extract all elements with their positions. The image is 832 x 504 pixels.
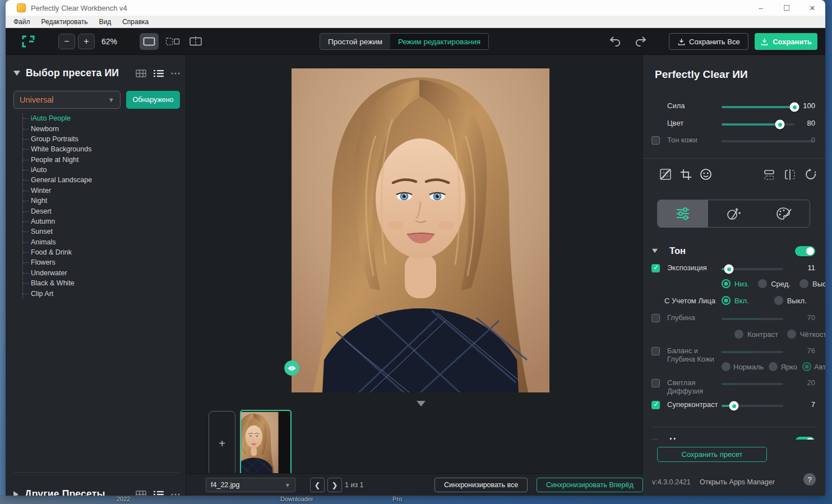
expand-triangle-icon[interactable] bbox=[13, 491, 19, 496]
radio-high[interactable] bbox=[799, 279, 808, 288]
preset-item[interactable]: Sunset bbox=[23, 226, 181, 237]
tone-toggle[interactable] bbox=[795, 246, 815, 256]
grid-view-icon[interactable] bbox=[136, 491, 146, 496]
preset-item[interactable]: iAuto People bbox=[23, 113, 181, 123]
tab-looks[interactable] bbox=[759, 200, 810, 227]
collapse-triangle-icon[interactable] bbox=[652, 249, 658, 253]
preset-item[interactable]: Group Portraits bbox=[23, 134, 181, 144]
slider-value: 11 bbox=[793, 263, 815, 272]
detected-button[interactable]: Обнаружено bbox=[126, 91, 180, 109]
flip-vertical-icon[interactable] bbox=[762, 167, 776, 182]
collapse-triangle-icon[interactable] bbox=[13, 71, 20, 76]
preset-item[interactable]: White Backgrounds bbox=[23, 144, 181, 154]
preset-item[interactable]: Clip Art bbox=[23, 288, 181, 298]
preset-item[interactable]: Animals bbox=[23, 237, 181, 247]
tab-edit-mode[interactable]: Режим редактирования bbox=[390, 34, 488, 49]
light-diffusion-slider[interactable] bbox=[722, 383, 783, 385]
next-image-button[interactable]: ❯ bbox=[327, 478, 342, 492]
depth-checkbox[interactable] bbox=[651, 314, 660, 322]
download-icon bbox=[760, 38, 769, 46]
menu-file[interactable]: Файл bbox=[8, 18, 36, 26]
view-compare-button[interactable] bbox=[187, 33, 206, 50]
skin-tone-checkbox[interactable] bbox=[651, 136, 660, 145]
filename-dropdown[interactable]: f4_22.jpg ▼ bbox=[206, 478, 295, 492]
flip-horizontal-icon[interactable] bbox=[783, 167, 797, 182]
chevron-down-icon: ▼ bbox=[285, 482, 290, 488]
maximize-button[interactable]: ☐ bbox=[774, 0, 799, 16]
tab-simple-mode[interactable]: Простой режим bbox=[320, 34, 390, 49]
menu-view[interactable]: Вид bbox=[93, 18, 117, 26]
exposure-checkbox[interactable] bbox=[651, 264, 660, 272]
supercontrast-checkbox[interactable] bbox=[651, 401, 660, 409]
apps-manager-link[interactable]: Открыть Apps Manager bbox=[700, 478, 775, 486]
slider-label: Баланс и bbox=[667, 346, 698, 355]
preset-item[interactable]: Autumn bbox=[23, 216, 181, 226]
photo-preview[interactable] bbox=[292, 68, 549, 392]
menu-help[interactable]: Справка bbox=[117, 18, 154, 26]
preset-item[interactable]: Newborn bbox=[23, 123, 181, 133]
crop-tool-icon[interactable] bbox=[678, 167, 693, 182]
save-button[interactable]: Сохранить bbox=[755, 33, 817, 50]
list-view-icon[interactable] bbox=[154, 491, 164, 496]
filmstrip-collapse-icon[interactable] bbox=[417, 401, 426, 406]
sync-forward-button[interactable]: Синхронизировать Вперёд bbox=[537, 478, 643, 492]
preset-item[interactable]: Black & White bbox=[23, 278, 181, 288]
radio-off[interactable] bbox=[774, 296, 783, 305]
slider-label: Суперконтраст bbox=[667, 400, 718, 409]
rotate-icon[interactable] bbox=[803, 167, 818, 182]
preset-item[interactable]: iAuto bbox=[23, 165, 181, 175]
radio-auto[interactable] bbox=[802, 362, 811, 371]
preset-item[interactable]: Night bbox=[23, 196, 181, 206]
tab-adjustments[interactable] bbox=[658, 200, 708, 227]
list-view-icon[interactable] bbox=[154, 70, 164, 77]
strength-slider[interactable] bbox=[722, 106, 794, 108]
zoom-out-button[interactable]: − bbox=[58, 34, 75, 49]
preset-item[interactable]: People at Night bbox=[23, 155, 181, 165]
skin-balance-slider[interactable] bbox=[722, 351, 783, 353]
exposure-slider[interactable] bbox=[722, 268, 783, 270]
save-all-button[interactable]: Сохранить Все bbox=[669, 33, 748, 50]
save-preset-button[interactable]: Сохранить пресет bbox=[657, 447, 767, 462]
view-single-button[interactable] bbox=[140, 33, 159, 50]
skin-balance-checkbox[interactable] bbox=[651, 347, 660, 355]
radio-mid[interactable] bbox=[758, 279, 767, 288]
supercontrast-slider[interactable] bbox=[722, 405, 783, 407]
view-split-button[interactable] bbox=[163, 33, 182, 50]
preset-item[interactable]: Desert bbox=[23, 206, 181, 216]
undo-button[interactable] bbox=[608, 33, 622, 49]
add-image-button[interactable]: + bbox=[209, 411, 235, 476]
prev-image-button[interactable]: ❮ bbox=[310, 478, 325, 492]
face-tool-icon[interactable] bbox=[699, 167, 713, 182]
radio-low[interactable] bbox=[722, 279, 731, 288]
color-slider[interactable] bbox=[722, 123, 794, 126]
preset-item[interactable]: Underwater bbox=[23, 268, 181, 278]
light-diffusion-checkbox[interactable] bbox=[651, 379, 660, 387]
menu-edit[interactable]: Редактировать bbox=[36, 18, 94, 26]
curves-tool-icon[interactable] bbox=[658, 167, 673, 182]
radio-normal[interactable] bbox=[722, 362, 731, 371]
grid-view-icon[interactable] bbox=[136, 70, 146, 77]
radio-contrast[interactable] bbox=[734, 330, 743, 339]
preset-item[interactable]: Food & Drink bbox=[23, 247, 181, 257]
preset-item[interactable]: Flowers bbox=[23, 257, 181, 267]
sliders-icon bbox=[676, 207, 690, 220]
chevron-down-icon: ▼ bbox=[108, 96, 114, 103]
preset-group-dropdown[interactable]: Universal ▼ bbox=[13, 91, 121, 109]
sync-all-button[interactable]: Синхронизировать все bbox=[435, 478, 528, 492]
more-options-icon[interactable] bbox=[171, 72, 180, 75]
zoom-in-button[interactable]: + bbox=[78, 34, 95, 49]
preset-item[interactable]: Winter bbox=[23, 186, 181, 196]
radio-on[interactable] bbox=[722, 296, 731, 305]
preset-item[interactable]: General Landscape bbox=[23, 175, 181, 185]
minimize-button[interactable]: – bbox=[748, 0, 774, 16]
help-button[interactable]: ? bbox=[803, 473, 816, 485]
radio-sharpness[interactable] bbox=[787, 330, 796, 339]
before-after-toggle-icon[interactable] bbox=[284, 360, 299, 376]
close-button[interactable]: ✕ bbox=[799, 0, 825, 16]
tab-face-retouch[interactable] bbox=[708, 200, 759, 227]
redo-button[interactable] bbox=[634, 33, 648, 49]
image-thumbnail[interactable] bbox=[240, 410, 292, 476]
more-options-icon[interactable] bbox=[171, 493, 180, 496]
depth-slider[interactable] bbox=[722, 318, 783, 320]
radio-bright[interactable] bbox=[769, 362, 778, 371]
